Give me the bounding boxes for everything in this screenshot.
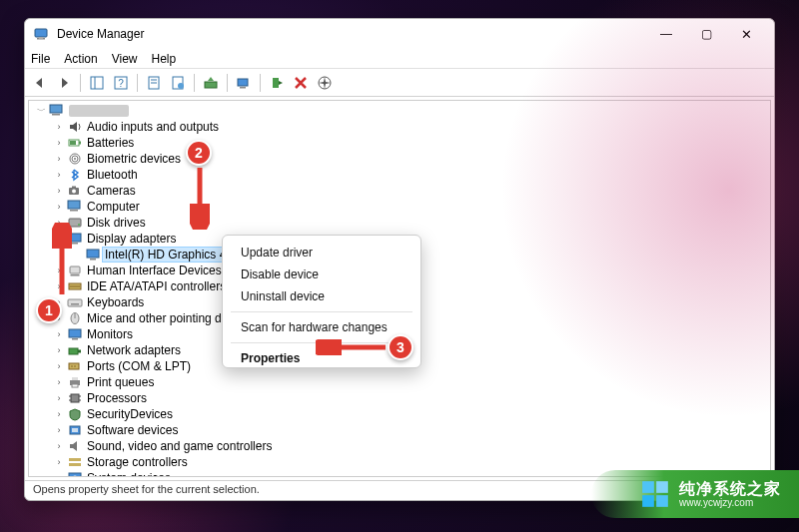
category-label: Bluetooth bbox=[87, 168, 138, 182]
category-label: Ports (COM & LPT) bbox=[87, 359, 191, 373]
category-icon bbox=[67, 327, 83, 341]
titlebar[interactable]: Device Manager — ▢ ✕ bbox=[25, 19, 774, 49]
ctx-update-driver[interactable]: Update driver bbox=[223, 242, 420, 264]
menu-action[interactable]: Action bbox=[64, 52, 97, 66]
category-label: SecurityDevices bbox=[87, 407, 173, 421]
tree-root[interactable]: ﹀ bbox=[33, 103, 770, 119]
category-icon bbox=[67, 311, 83, 325]
device-category[interactable]: ›Audio inputs and outputs bbox=[33, 119, 770, 135]
category-label: Storage controllers bbox=[87, 455, 188, 469]
svg-rect-47 bbox=[78, 350, 81, 353]
svg-rect-46 bbox=[69, 348, 78, 354]
expand-icon[interactable]: › bbox=[51, 122, 67, 132]
add-hardware-button[interactable] bbox=[314, 72, 336, 94]
svg-point-50 bbox=[74, 365, 76, 367]
svg-rect-44 bbox=[69, 329, 81, 337]
expand-icon[interactable]: › bbox=[51, 154, 67, 164]
expand-icon[interactable]: › bbox=[51, 409, 67, 419]
category-icon bbox=[67, 455, 83, 469]
expand-icon[interactable]: › bbox=[51, 345, 67, 355]
device-category[interactable]: ›SecurityDevices bbox=[33, 406, 770, 422]
device-category[interactable]: ›Cameras bbox=[33, 183, 770, 199]
watermark-url-text: www.ycwjzy.com bbox=[679, 497, 781, 508]
toolbar-separator bbox=[137, 74, 138, 92]
toolbar-separator bbox=[80, 74, 81, 92]
svg-rect-17 bbox=[50, 105, 62, 113]
device-category[interactable]: ›Software devices bbox=[33, 422, 770, 438]
menu-file[interactable]: File bbox=[31, 52, 50, 66]
category-icon bbox=[67, 168, 83, 182]
category-label: System devices bbox=[87, 471, 171, 476]
category-icon bbox=[67, 391, 83, 405]
expand-icon[interactable]: › bbox=[51, 393, 67, 403]
expand-icon[interactable]: › bbox=[51, 377, 67, 387]
expand-icon[interactable]: › bbox=[51, 361, 67, 371]
category-icon bbox=[67, 423, 83, 437]
device-category[interactable]: ›Sound, video and game controllers bbox=[33, 438, 770, 454]
update-driver-button[interactable] bbox=[200, 72, 222, 94]
ctx-separator bbox=[231, 311, 412, 312]
collapse-icon[interactable]: ﹀ bbox=[33, 105, 49, 118]
menu-view[interactable]: View bbox=[112, 52, 138, 66]
watermark-text: 纯净系统之家 bbox=[679, 480, 781, 498]
svg-point-26 bbox=[72, 190, 76, 194]
svg-rect-20 bbox=[79, 142, 81, 145]
expand-icon[interactable]: › bbox=[51, 138, 67, 148]
device-category[interactable]: ›Batteries bbox=[33, 135, 770, 151]
maximize-button[interactable]: ▢ bbox=[686, 22, 726, 46]
svg-rect-15 bbox=[273, 78, 279, 88]
category-label: Disk drives bbox=[87, 216, 146, 230]
device-category[interactable]: ›Bluetooth bbox=[33, 167, 770, 183]
svg-rect-33 bbox=[72, 243, 78, 245]
device-category[interactable]: ›Processors bbox=[33, 390, 770, 406]
category-label: Human Interface Devices bbox=[87, 264, 222, 277]
expand-icon[interactable]: › bbox=[51, 186, 67, 196]
help-button[interactable]: ? bbox=[110, 72, 132, 94]
toolbar-separator bbox=[260, 74, 261, 92]
enable-device-button[interactable] bbox=[266, 72, 288, 94]
expand-icon[interactable]: › bbox=[51, 170, 67, 180]
expand-icon[interactable]: › bbox=[51, 441, 67, 451]
forward-button[interactable] bbox=[53, 72, 75, 94]
svg-rect-28 bbox=[68, 201, 80, 209]
svg-rect-41 bbox=[71, 303, 79, 305]
show-hide-tree-button[interactable] bbox=[86, 72, 108, 94]
ctx-disable-device[interactable]: Disable device bbox=[223, 264, 420, 285]
category-label: Display adapters bbox=[87, 232, 176, 246]
device-category[interactable]: ›Disk drives bbox=[33, 215, 770, 231]
category-icon bbox=[67, 439, 83, 453]
ctx-uninstall[interactable]: Uninstall device bbox=[223, 285, 420, 307]
svg-point-24 bbox=[74, 158, 76, 160]
toolbar: ? bbox=[25, 69, 774, 97]
category-icon bbox=[67, 407, 83, 421]
device-category[interactable]: ›Storage controllers bbox=[33, 454, 770, 470]
device-category[interactable]: ›Print queues bbox=[33, 374, 770, 390]
properties-button[interactable] bbox=[143, 72, 165, 94]
category-label: Audio inputs and outputs bbox=[87, 120, 219, 134]
category-label: Biometric devices bbox=[87, 152, 181, 166]
expand-icon[interactable]: › bbox=[51, 329, 67, 339]
expand-icon[interactable]: › bbox=[51, 473, 67, 476]
device-category[interactable]: ›Computer bbox=[33, 199, 770, 215]
svg-point-31 bbox=[78, 224, 80, 226]
expand-icon[interactable]: › bbox=[51, 202, 67, 212]
uninstall-device-button[interactable] bbox=[290, 72, 312, 94]
action-button[interactable] bbox=[167, 72, 189, 94]
back-button[interactable] bbox=[29, 72, 51, 94]
menu-help[interactable]: Help bbox=[152, 52, 177, 66]
device-category[interactable]: ›Biometric devices bbox=[33, 151, 770, 167]
svg-rect-27 bbox=[72, 187, 76, 189]
category-label: Cameras bbox=[87, 184, 136, 198]
scan-hardware-button[interactable] bbox=[233, 72, 255, 94]
expand-icon[interactable]: › bbox=[51, 425, 67, 435]
ctx-scan-hardware[interactable]: Scan for hardware changes bbox=[223, 316, 420, 338]
window-title: Device Manager bbox=[57, 27, 646, 41]
category-icon bbox=[67, 184, 83, 198]
svg-rect-12 bbox=[205, 82, 217, 88]
annotation-badge-3: 3 bbox=[388, 334, 413, 360]
close-button[interactable]: ✕ bbox=[726, 22, 766, 46]
category-label: Computer bbox=[87, 200, 140, 214]
svg-text:?: ? bbox=[118, 78, 124, 89]
expand-icon[interactable]: › bbox=[51, 457, 67, 467]
minimize-button[interactable]: — bbox=[646, 22, 686, 46]
